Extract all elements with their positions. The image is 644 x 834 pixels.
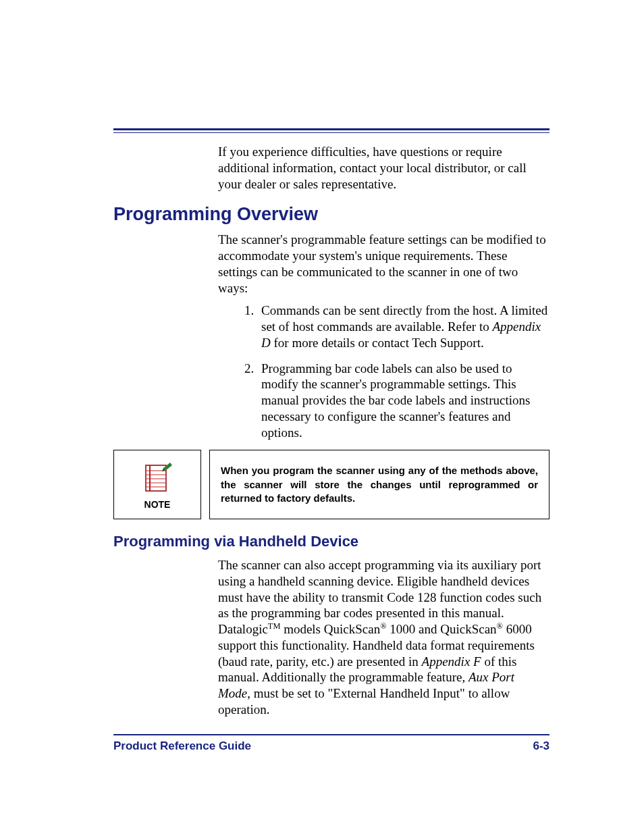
top-double-rule	[113, 128, 549, 133]
note-label: NOTE	[144, 499, 171, 510]
registered-symbol: ®	[497, 621, 503, 631]
overview-list: Commands can be sent directly from the h…	[218, 303, 549, 440]
note-icon-box: NOTE	[113, 450, 201, 519]
page-number: 6-3	[533, 739, 549, 753]
body-text: , must be set to "External Handheld Inpu…	[218, 686, 510, 716]
footer-rule	[113, 734, 549, 735]
handheld-paragraph: The scanner can also accept programming …	[218, 557, 549, 718]
overview-paragraph: The scanner's programmable feature setti…	[218, 232, 549, 296]
intro-paragraph: If you experience difficulties, have que…	[218, 144, 549, 192]
list-text: for more details or contact Tech Support…	[271, 336, 484, 350]
registered-symbol: ®	[380, 621, 386, 631]
body-text: 1000 and QuickScan	[387, 622, 497, 636]
heading-programming-handheld: Programming via Handheld Device	[113, 533, 549, 550]
appendix-f-ref: Appendix F	[422, 654, 481, 669]
page: If you experience difficulties, have que…	[0, 0, 644, 834]
body-text: models QuickScan	[280, 622, 380, 636]
list-item: Commands can be sent directly from the h…	[257, 303, 549, 350]
list-item: Programming bar code labels can also be …	[257, 361, 549, 441]
note-text: When you program the scanner using any o…	[209, 450, 549, 519]
trademark-symbol: TM	[268, 621, 281, 631]
page-footer: Product Reference Guide 6-3	[113, 734, 549, 753]
heading-programming-overview: Programming Overview	[113, 204, 549, 225]
footer-title: Product Reference Guide	[113, 739, 251, 753]
notepad-icon	[140, 461, 174, 495]
note-callout: NOTE When you program the scanner using …	[113, 450, 549, 519]
